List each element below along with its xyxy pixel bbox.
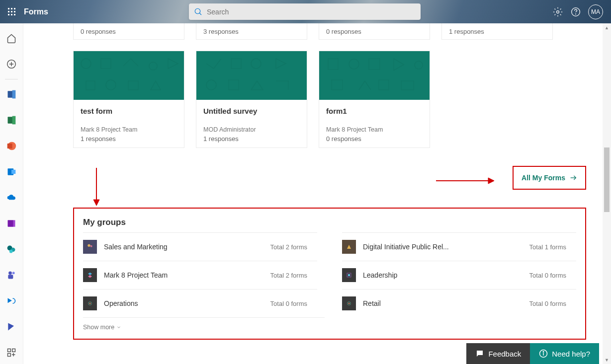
svg-point-31	[8, 272, 12, 275]
yammer-icon	[6, 296, 16, 306]
search-input[interactable]	[207, 8, 416, 16]
form-card[interactable]: Untitled survey MOD Administrator 1 resp…	[196, 51, 307, 148]
card-responses: 3 responses	[203, 28, 239, 35]
rail-divider	[5, 79, 18, 79]
svg-point-13	[576, 13, 576, 14]
plus-circle-icon	[6, 59, 16, 69]
stub-card[interactable]: 1 responses	[441, 23, 553, 40]
group-name: Retail	[363, 299, 529, 307]
group-total: Total 1 forms	[529, 243, 576, 251]
svg-rect-4	[11, 11, 12, 12]
nav-dynamics[interactable]	[5, 321, 17, 333]
group-name: Sales and Marketing	[104, 243, 270, 251]
app-launcher-button[interactable]	[4, 4, 20, 20]
home-icon	[6, 33, 16, 43]
nav-onedrive[interactable]	[5, 192, 17, 204]
svg-rect-52	[379, 80, 389, 90]
scroll-down-icon[interactable]: ▼	[603, 356, 611, 364]
group-name: Digital Initiative Public Rel...	[363, 243, 529, 251]
form-card[interactable]: form1 Mark 8 Project Team 0 responses	[319, 51, 430, 148]
card-hero	[74, 51, 184, 100]
nav-onenote[interactable]	[5, 218, 17, 229]
svg-point-44	[251, 59, 261, 69]
group-name: Operations	[104, 299, 270, 307]
form-card[interactable]: test form Mark 8 Project Team 1 response…	[73, 51, 184, 148]
group-item[interactable]: Sales and Marketing Total 2 forms	[83, 232, 317, 261]
stub-card[interactable]: 0 responses	[319, 23, 430, 40]
svg-point-57	[90, 245, 92, 247]
svg-point-9	[195, 8, 200, 14]
need-help-button[interactable]: Need help?	[530, 343, 599, 364]
group-item[interactable]: Mark 8 Project Team Total 2 forms	[83, 261, 317, 289]
show-more-label: Show more	[83, 324, 114, 331]
svg-rect-3	[8, 11, 9, 12]
groups-col-left: Sales and Marketing Total 2 forms Mark 8…	[83, 232, 317, 317]
search-icon	[194, 7, 203, 16]
svg-rect-39	[101, 59, 111, 69]
svg-rect-47	[328, 59, 338, 70]
nav-powerpoint[interactable]	[5, 140, 17, 152]
nav-all-apps[interactable]	[5, 347, 17, 359]
card-title: Untitled survey	[203, 107, 300, 115]
all-my-forms-link[interactable]: All My Forms	[513, 166, 586, 190]
nav-home[interactable]	[5, 32, 17, 44]
group-total: Total 0 forms	[270, 300, 317, 307]
svg-rect-32	[8, 275, 13, 279]
group-avatar-icon	[342, 268, 356, 282]
svg-point-48	[349, 59, 359, 69]
svg-point-45	[206, 80, 216, 90]
feedback-button[interactable]: Feedback	[466, 343, 530, 364]
svg-rect-34	[12, 349, 15, 352]
nav-teams[interactable]	[5, 269, 17, 281]
group-item[interactable]: Digital Initiative Public Rel... Total 1…	[342, 232, 576, 261]
outlook-icon	[6, 167, 16, 177]
scrollbar[interactable]: ▲ ▼	[603, 23, 611, 364]
apps-icon	[6, 348, 16, 358]
svg-point-40	[149, 62, 157, 70]
groups-grid: Sales and Marketing Total 2 forms Mark 8…	[83, 232, 576, 317]
svg-rect-26	[13, 220, 15, 226]
nav-yammer[interactable]	[5, 295, 17, 307]
card-owner: Mark 8 Project Team	[81, 126, 177, 133]
svg-point-11	[557, 10, 559, 13]
form-cards-row: test form Mark 8 Project Team 1 response…	[73, 51, 586, 148]
scroll-up-icon[interactable]: ▲	[603, 23, 611, 32]
teams-icon	[6, 270, 16, 280]
card-owner: Mark 8 Project Team	[326, 126, 423, 133]
search-box[interactable]	[189, 3, 421, 20]
nav-create[interactable]	[5, 58, 17, 70]
card-responses: 1 responses	[203, 135, 300, 143]
svg-rect-25	[8, 220, 14, 226]
stub-card[interactable]: 3 responses	[196, 23, 307, 40]
main-content: 0 responses 3 responses 0 responses 1 re…	[23, 23, 611, 364]
group-item[interactable]: Retail Total 0 forms	[342, 289, 576, 317]
all-my-forms-row: All My Forms	[73, 166, 586, 190]
svg-rect-7	[11, 14, 12, 15]
svg-point-63	[349, 303, 350, 304]
svg-rect-1	[11, 8, 12, 9]
arrow-right-icon	[569, 174, 577, 182]
user-avatar[interactable]: MA	[588, 4, 603, 19]
excel-icon	[6, 115, 16, 125]
scrollbar-thumb[interactable]	[604, 147, 610, 212]
svg-rect-8	[14, 14, 15, 15]
settings-button[interactable]	[552, 6, 563, 17]
stub-card[interactable]: 0 responses	[73, 23, 184, 40]
svg-rect-6	[8, 14, 9, 15]
svg-point-56	[87, 244, 90, 247]
svg-line-10	[199, 13, 201, 15]
nav-outlook[interactable]	[5, 166, 17, 178]
group-item[interactable]: Operations Total 0 forms	[83, 289, 317, 317]
svg-rect-49	[369, 59, 380, 70]
svg-point-38	[81, 59, 91, 69]
svg-point-66	[543, 352, 544, 353]
nav-word[interactable]	[5, 88, 17, 100]
show-more-link[interactable]: Show more	[83, 317, 325, 335]
chevron-down-icon	[116, 325, 121, 330]
nav-sharepoint[interactable]	[5, 243, 17, 255]
group-item[interactable]: Leadership Total 0 forms	[342, 261, 576, 289]
nav-excel[interactable]	[5, 114, 17, 126]
stub-cards-row: 0 responses 3 responses 0 responses 1 re…	[73, 23, 586, 40]
word-icon	[6, 89, 16, 99]
help-button[interactable]	[570, 6, 581, 17]
